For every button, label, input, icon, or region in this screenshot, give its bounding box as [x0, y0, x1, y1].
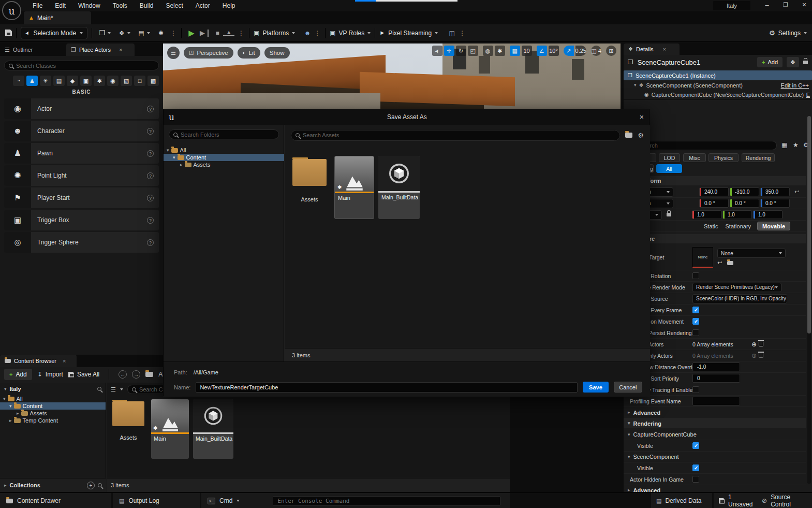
kebab-icon[interactable]: ⋮ — [238, 30, 245, 36]
component-row-scene[interactable]: ▾ ❖ SceneComponent (SceneComponent) Edit… — [624, 80, 812, 90]
search-assets-box[interactable]: Search Assets — [291, 130, 620, 141]
mobility-static[interactable]: Static — [704, 223, 718, 229]
blueprint-edit-icon[interactable]: ❖ — [787, 57, 799, 67]
list-item-player-start[interactable]: ⚑ Player Start ? — [4, 187, 159, 208]
platforms-dropdown[interactable]: ▣ Platforms — [254, 30, 295, 37]
menu-edit[interactable]: Edit — [49, 2, 71, 9]
category-shapes-icon[interactable]: ◆ — [67, 76, 78, 86]
category-all-icon[interactable]: ▩ — [147, 76, 159, 86]
browse-to-asset-icon[interactable] — [727, 261, 733, 265]
lit-dropdown[interactable]: ◐ Lit — [238, 47, 260, 59]
search-icon[interactable] — [98, 483, 102, 487]
multi-user-icon[interactable]: ☻ — [301, 30, 314, 36]
blueprints-button[interactable]: ❖ — [116, 30, 127, 36]
capture-source-dropdown[interactable]: SceneColor (HDR) in RGB, Inv Opacity — [692, 294, 787, 303]
sort-priority-field[interactable]: 0 — [692, 374, 740, 383]
location-x-field[interactable]: 240.0 — [699, 187, 729, 196]
list-item-trigger-sphere[interactable]: ◎ Trigger Sphere ? — [4, 232, 159, 253]
menu-build[interactable]: Build — [134, 2, 159, 9]
section-capture[interactable]: ▾ Capture — [624, 234, 806, 243]
close-icon[interactable]: × — [63, 358, 66, 364]
cb-tree-content[interactable]: ▾ Content — [0, 402, 106, 410]
details-scrollbar[interactable] — [807, 116, 811, 484]
view-settings-icon[interactable]: ⚙ — [638, 132, 644, 139]
forward-icon[interactable]: → — [132, 370, 140, 379]
perspective-dropdown[interactable]: ◰ Perspective — [184, 47, 233, 59]
favorites-icon[interactable]: ★ — [793, 142, 799, 148]
rotation-y-field[interactable]: 0.0 ° — [730, 199, 759, 208]
primitive-render-mode-dropdown[interactable]: Render Scene Primitives (Legacy) — [692, 283, 781, 292]
scale-lock-icon[interactable] — [667, 213, 671, 216]
scale-snap-button[interactable]: ↗ — [564, 46, 574, 56]
dialog-tree-all[interactable]: ▾ All — [164, 147, 284, 154]
landscape-paint-button[interactable]: ✱ — [155, 30, 167, 36]
frame-skip-button[interactable]: ▶ — [197, 30, 209, 37]
visible-checkbox[interactable] — [692, 465, 699, 471]
display-settings-icon[interactable]: ▦ — [781, 142, 787, 148]
select-tool-button[interactable]: ➤ — [432, 46, 442, 56]
dialog-tile-main-builtdata[interactable]: Main_BuiltData — [378, 156, 420, 219]
rotation-snap-value[interactable]: 10° — [549, 46, 559, 56]
details-search-box[interactable]: Search — [628, 141, 777, 150]
rotation-snap-button[interactable]: ∠ — [537, 46, 547, 56]
cinematics-button[interactable]: ▤ — [136, 30, 147, 36]
search-icon[interactable] — [97, 387, 101, 391]
add-element-icon[interactable]: ⊕ — [749, 341, 759, 347]
move-tool-button[interactable]: ✛ — [444, 46, 454, 56]
ray-tracing-checkbox[interactable] — [692, 386, 699, 393]
viewport-menu-button[interactable]: ☰ — [167, 47, 180, 59]
capture-every-frame-checkbox[interactable] — [692, 307, 699, 313]
texture-target-thumbnail[interactable]: None — [692, 247, 713, 268]
scale-y-field[interactable]: 1.0 — [722, 210, 752, 219]
close-button[interactable]: × — [799, 1, 809, 8]
rotation-x-field[interactable]: 0.0 ° — [699, 199, 729, 208]
location-z-field[interactable]: 350.0 — [760, 187, 790, 196]
close-icon[interactable]: × — [663, 46, 666, 52]
texture-target-dropdown[interactable]: None — [717, 249, 786, 258]
actor-hidden-checkbox[interactable] — [692, 476, 699, 483]
filter-rendering[interactable]: Rendering — [742, 153, 775, 162]
save-level-button[interactable] — [5, 30, 12, 36]
lock-icon[interactable] — [803, 61, 808, 64]
maximize-viewport-button[interactable]: ⊞ — [606, 46, 616, 56]
surface-snap-button[interactable]: ✱ — [495, 46, 505, 56]
add-actor-button[interactable]: ❒ — [96, 30, 108, 36]
profiling-event-name-field[interactable] — [692, 397, 740, 405]
capture-advanced-row[interactable]: Advanced — [633, 410, 661, 416]
level-tab-main[interactable]: ▲ Main* — [24, 11, 91, 24]
tab-details[interactable]: ❖ Details × — [624, 43, 680, 55]
add-element-icon[interactable]: ⊕ — [749, 353, 759, 359]
edit-in-cpp-link[interactable]: Edit in C++ — [781, 82, 809, 89]
component-row-instance[interactable]: ❒ SceneCaptureCube1 (Instance) — [624, 70, 812, 80]
rendering-advanced-row[interactable]: Advanced — [633, 487, 661, 492]
details-scrollbar-thumb[interactable] — [807, 116, 811, 333]
filter-all[interactable]: All — [656, 164, 682, 173]
source-control-button[interactable]: Source Control — [771, 494, 807, 508]
menu-actor[interactable]: Actor — [190, 2, 216, 9]
menu-file[interactable]: File — [27, 2, 48, 9]
category-media-icon[interactable]: ◉ — [107, 76, 119, 86]
camera-speed-button[interactable]: ◫ 4 — [591, 46, 601, 56]
search-folders-box[interactable]: Search Folders — [169, 129, 279, 139]
visible-checkbox[interactable] — [692, 442, 699, 449]
cancel-button[interactable]: Cancel — [614, 382, 642, 393]
cb-tree-all[interactable]: ▾ All — [0, 395, 106, 402]
category-cinematic-icon[interactable]: ▤ — [53, 76, 65, 86]
asset-name-input[interactable] — [196, 382, 578, 393]
grid-snap-button[interactable]: ▦ — [510, 46, 520, 56]
tab-place-actors[interactable]: ❒ Place Actors × — [66, 43, 135, 56]
stop-button[interactable]: ■ — [212, 30, 223, 36]
component-row-capture[interactable]: ◉ CaptureComponentCube (NewSceneCaptureC… — [624, 90, 812, 100]
capture-rotation-checkbox[interactable] — [692, 272, 699, 279]
tab-content-browser[interactable]: Content Browser × — [0, 355, 77, 367]
scale-snap-value[interactable]: 0.25 — [575, 46, 586, 56]
world-coord-button[interactable]: ◍ — [483, 46, 493, 56]
reset-location-icon[interactable]: ↩ — [794, 189, 799, 195]
edit-link-truncated[interactable]: E — [806, 92, 810, 98]
help-icon[interactable]: ? — [147, 128, 154, 135]
category-basic-icon[interactable]: ♟ — [26, 76, 38, 86]
rotation-z-field[interactable]: 0.0 ° — [760, 199, 790, 208]
unsaved-button[interactable]: 1 Unsaved — [728, 494, 754, 508]
list-item-point-light[interactable]: ✺ Point Light ? — [4, 165, 159, 186]
eject-button[interactable]: ▲ — [223, 30, 234, 36]
